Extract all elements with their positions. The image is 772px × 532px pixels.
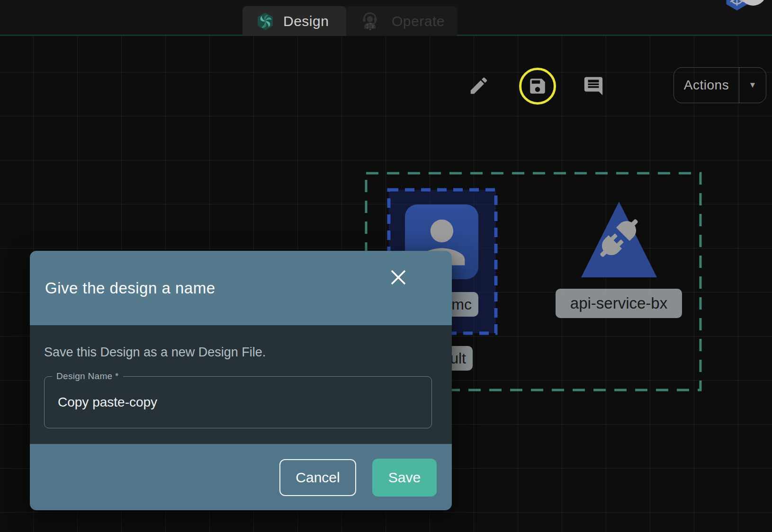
actions-split-button[interactable]: Actions ▼ bbox=[673, 67, 766, 103]
save-button[interactable]: Save bbox=[372, 459, 437, 497]
edit-design-button[interactable] bbox=[468, 75, 490, 97]
tab-design-label: Design bbox=[283, 13, 329, 29]
node-api-service[interactable] bbox=[579, 199, 659, 280]
comment-icon bbox=[583, 75, 604, 97]
pencil-icon bbox=[468, 75, 490, 97]
dialog-body: Save this Design as a new Design File. D… bbox=[30, 325, 452, 444]
actions-button[interactable]: Actions bbox=[674, 68, 739, 103]
actions-button-label: Actions bbox=[684, 78, 729, 93]
dialog-close-button[interactable] bbox=[387, 266, 410, 289]
dialog-header: Give the design a name bbox=[30, 251, 452, 325]
tab-operate-label: Operate bbox=[392, 13, 445, 29]
node-api-service-label: api-service-bx bbox=[556, 289, 682, 318]
dialog-description: Save this Design as a new Design File. bbox=[44, 345, 266, 360]
actions-dropdown-button[interactable]: ▼ bbox=[739, 68, 766, 103]
dialog-footer: Cancel Save bbox=[30, 444, 452, 510]
design-name-field[interactable]: Design Name * bbox=[44, 376, 432, 428]
operator-headset-icon bbox=[359, 11, 380, 32]
save-design-dialog: Give the design a name Save this Design … bbox=[30, 251, 452, 510]
dialog-title: Give the design a name bbox=[45, 279, 215, 297]
save-design-button-highlighted[interactable] bbox=[519, 68, 556, 105]
chevron-down-icon: ▼ bbox=[749, 80, 757, 90]
meshery-logo-icon bbox=[256, 12, 275, 31]
cancel-button[interactable]: Cancel bbox=[279, 459, 356, 496]
top-navigation-bar: Design Operate bbox=[0, 0, 772, 36]
design-name-input[interactable] bbox=[45, 377, 431, 428]
kubernetes-context-indicator[interactable] bbox=[724, 0, 772, 14]
tab-operate[interactable]: Operate bbox=[346, 6, 457, 36]
comments-button[interactable] bbox=[583, 75, 604, 97]
floppy-disk-icon bbox=[528, 76, 548, 96]
close-icon bbox=[389, 268, 407, 286]
tab-design[interactable]: Design bbox=[242, 6, 346, 36]
